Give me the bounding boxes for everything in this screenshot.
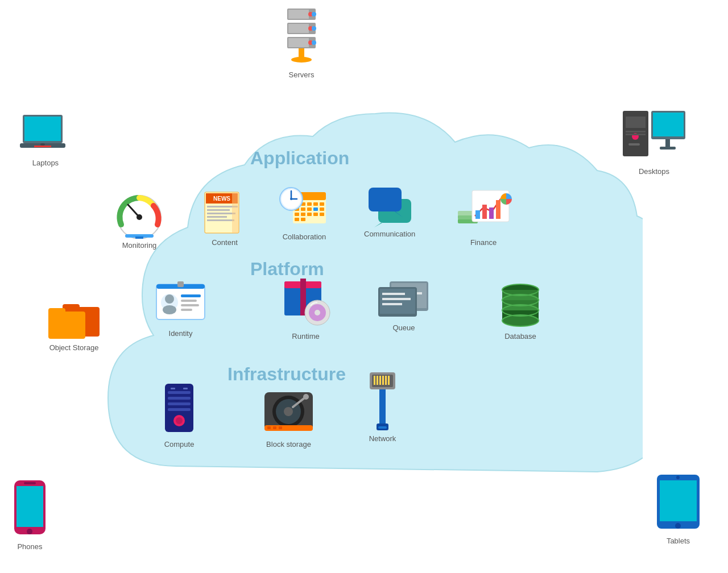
svg-rect-28 [626,134,646,135]
network-icon [361,369,404,432]
network-label: Network [369,434,396,443]
servers-item: Servers [279,6,324,79]
collaboration-icon [279,182,330,230]
svg-point-18 [40,143,45,146]
svg-point-3 [312,12,316,16]
svg-point-7 [312,26,316,31]
svg-rect-86 [489,207,494,219]
svg-rect-152 [377,376,378,385]
laptops-icon [17,114,74,156]
communication-icon [364,182,415,227]
svg-rect-22 [628,143,640,146]
svg-rect-151 [374,376,375,385]
svg-rect-148 [279,426,282,429]
svg-rect-61 [307,207,312,211]
content-label: Content [212,238,238,247]
network-item: Network [361,369,404,443]
svg-rect-115 [380,289,415,314]
svg-rect-157 [379,389,386,426]
main-scene: Application Platform Infrastructure [0,0,728,573]
svg-point-13 [291,57,312,63]
svg-point-40 [136,214,142,220]
block-storage-label: Block storage [266,440,311,449]
queue-label: Queue [392,323,415,332]
svg-rect-63 [320,207,324,211]
svg-rect-102 [181,309,192,311]
finance-icon [455,188,512,236]
svg-point-36 [675,523,681,529]
finance-label: Finance [470,238,497,247]
svg-point-136 [176,417,183,424]
block-storage-icon [262,387,316,438]
desktops-item: Desktops [620,108,688,176]
svg-rect-5 [288,24,309,33]
identity-label: Identity [169,329,193,338]
svg-rect-134 [168,408,191,411]
svg-rect-146 [267,426,271,429]
svg-rect-155 [385,376,387,385]
runtime-icon [279,273,333,330]
queue-item: Queue [375,273,432,332]
svg-rect-69 [295,218,299,221]
database-icon [495,279,546,330]
identity-icon [154,279,208,327]
collaboration-item: Collaboration [279,182,330,241]
svg-rect-35 [660,480,697,521]
svg-point-75 [290,198,292,200]
communication-item: Communication [364,182,415,238]
monitoring-label: Monitoring [122,241,157,250]
svg-rect-25 [665,139,670,148]
svg-rect-62 [313,207,318,211]
monitoring-item: Monitoring [114,193,165,250]
svg-rect-58 [320,202,324,206]
svg-rect-64 [295,213,299,216]
object-storage-icon [46,296,102,341]
svg-rect-92 [48,308,65,315]
svg-rect-67 [313,213,318,216]
svg-rect-78 [369,188,402,211]
tablets-icon [654,472,702,534]
svg-point-98 [163,305,176,314]
svg-rect-48 [207,213,235,214]
svg-point-142 [284,407,293,416]
block-storage-item: Block storage [262,387,316,449]
svg-rect-56 [307,202,312,206]
svg-rect-147 [273,426,276,429]
database-label: Database [504,332,536,341]
phones-label: Phones [17,542,42,551]
svg-point-37 [676,476,680,479]
svg-rect-17 [34,146,51,147]
svg-rect-138 [183,388,188,389]
svg-rect-31 [16,486,43,527]
svg-rect-51 [232,192,239,233]
svg-rect-84 [475,210,480,219]
svg-rect-29 [626,125,646,127]
svg-rect-116 [382,293,405,295]
tablets-label: Tablets [667,537,690,545]
runtime-label: Runtime [292,332,319,341]
servers-icon [279,6,324,68]
servers-label: Servers [289,70,315,79]
svg-rect-95 [177,281,184,287]
content-icon: NEWS [199,188,250,236]
object-storage-label: Object Storage [49,343,99,352]
content-item: NEWS Content [199,188,250,247]
phones-item: Phones [11,478,48,551]
svg-point-11 [312,40,316,45]
finance-item: Finance [455,188,512,247]
svg-rect-159 [378,426,387,429]
svg-point-108 [315,310,320,315]
svg-marker-77 [374,223,382,227]
svg-rect-70 [301,218,305,221]
database-item: Database [495,279,546,341]
communication-label: Communication [364,230,415,238]
svg-point-97 [165,294,174,304]
phones-icon [11,478,48,540]
object-storage-item: Object Storage [46,296,102,352]
laptops-label: Laptops [32,159,59,167]
svg-rect-156 [388,376,390,385]
svg-rect-26 [660,147,676,150]
svg-rect-65 [301,213,305,216]
svg-rect-57 [313,202,318,206]
svg-rect-85 [482,205,487,219]
